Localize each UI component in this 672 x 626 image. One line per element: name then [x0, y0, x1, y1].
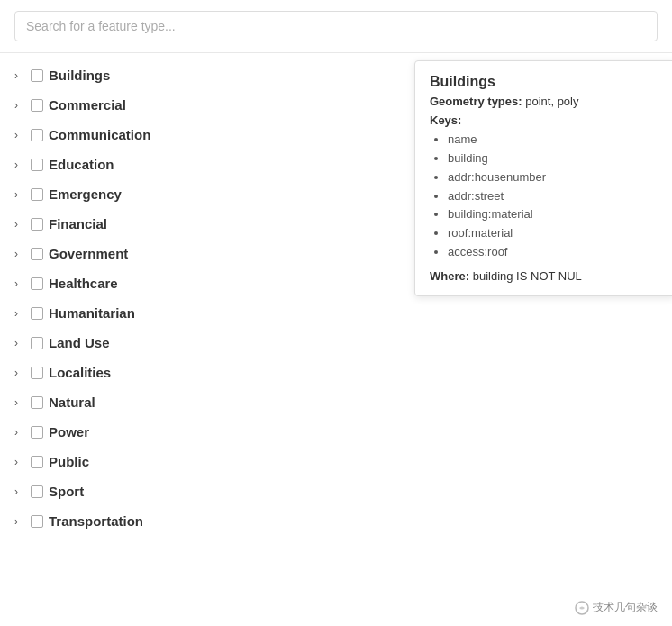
feature-item[interactable]: ›Financial	[0, 209, 414, 239]
watermark: 技术几句杂谈	[575, 600, 658, 615]
tooltip-key-item: roof:material	[448, 224, 660, 243]
feature-label: Emergency	[49, 186, 122, 202]
chevron-right-icon: ›	[14, 426, 25, 439]
feature-checkbox[interactable]	[31, 426, 43, 439]
feature-checkbox[interactable]	[31, 99, 43, 112]
chevron-right-icon: ›	[14, 456, 25, 468]
feature-item[interactable]: ›Education	[0, 150, 414, 179]
search-input[interactable]	[14, 11, 658, 41]
chevron-right-icon: ›	[14, 129, 25, 141]
feature-label: Communication	[49, 127, 150, 142]
search-bar	[0, 0, 672, 53]
chevron-right-icon: ›	[14, 218, 25, 231]
tooltip-geometry-label: Geometry types:	[430, 95, 522, 108]
feature-label: Government	[49, 246, 128, 261]
feature-checkbox[interactable]	[31, 515, 43, 528]
chevron-right-icon: ›	[14, 367, 25, 379]
feature-checkbox[interactable]	[31, 218, 43, 231]
chevron-right-icon: ›	[14, 277, 25, 290]
feature-item[interactable]: ›Buildings	[0, 60, 414, 90]
chevron-right-icon: ›	[14, 307, 25, 320]
feature-checkbox[interactable]	[31, 456, 43, 468]
feature-checkbox[interactable]	[31, 337, 43, 349]
feature-item[interactable]: ›Transportation	[0, 506, 414, 536]
chevron-right-icon: ›	[14, 188, 25, 201]
feature-label: Public	[49, 454, 89, 469]
feature-checkbox[interactable]	[31, 277, 43, 290]
chevron-right-icon: ›	[14, 485, 25, 498]
tooltip-title: Buildings	[430, 74, 660, 90]
feature-item[interactable]: ›Emergency	[0, 179, 414, 209]
tooltip-key-item: name	[448, 131, 660, 150]
tooltip-geometry: Geometry types: point, poly	[430, 94, 660, 110]
feature-checkbox[interactable]	[31, 367, 43, 379]
feature-label: Financial	[49, 216, 107, 231]
chevron-right-icon: ›	[14, 159, 25, 171]
feature-item[interactable]: ›Communication	[0, 120, 414, 150]
chevron-right-icon: ›	[14, 515, 25, 528]
tooltip-key-item: addr:housenumber	[448, 168, 660, 187]
feature-label: Healthcare	[49, 276, 118, 291]
feature-checkbox[interactable]	[31, 69, 43, 82]
feature-item[interactable]: ›Government	[0, 239, 414, 268]
tooltip-key-item: building	[448, 150, 660, 168]
tooltip-key-item: building:material	[448, 205, 660, 224]
chevron-right-icon: ›	[14, 69, 25, 82]
feature-item[interactable]: ›Natural	[0, 387, 414, 417]
watermark-icon	[575, 601, 589, 615]
feature-checkbox[interactable]	[31, 159, 43, 171]
feature-label: Education	[49, 157, 114, 172]
watermark-text: 技术几句杂谈	[593, 600, 658, 615]
chevron-right-icon: ›	[14, 396, 25, 409]
feature-checkbox[interactable]	[31, 188, 43, 201]
feature-label: Natural	[49, 395, 95, 410]
tooltip-key-item: access:roof	[448, 243, 660, 262]
tooltip-where-label: Where:	[430, 269, 469, 283]
feature-checkbox[interactable]	[31, 485, 43, 498]
feature-label: Commercial	[49, 97, 126, 113]
tooltip-geometry-value: point, poly	[525, 95, 578, 108]
tooltip-keys-list: namebuildingaddr:housenumberaddr:streetb…	[430, 131, 660, 262]
feature-checkbox[interactable]	[31, 248, 43, 260]
tooltip-keys-label: Keys:	[430, 113, 660, 127]
tooltip-where: Where: building IS NOT NUL	[430, 269, 660, 283]
feature-item[interactable]: ›Sport	[0, 476, 414, 506]
feature-item[interactable]: ›Public	[0, 447, 414, 476]
feature-item[interactable]: ›Commercial	[0, 90, 414, 120]
feature-label: Humanitarian	[49, 305, 135, 321]
feature-label: Localities	[49, 365, 111, 380]
feature-item[interactable]: ›Land Use	[0, 328, 414, 358]
chevron-right-icon: ›	[14, 248, 25, 260]
tooltip-where-value: building IS NOT NUL	[473, 269, 582, 283]
feature-label: Land Use	[49, 335, 110, 350]
feature-label: Sport	[49, 484, 84, 499]
tooltip-key-item: addr:street	[448, 187, 660, 206]
feature-item[interactable]: ›Power	[0, 417, 414, 447]
feature-item[interactable]: ›Healthcare	[0, 268, 414, 298]
feature-item[interactable]: ›Localities	[0, 358, 414, 387]
chevron-right-icon: ›	[14, 99, 25, 112]
feature-checkbox[interactable]	[31, 307, 43, 320]
feature-label: Buildings	[49, 68, 110, 83]
chevron-right-icon: ›	[14, 337, 25, 349]
feature-checkbox[interactable]	[31, 396, 43, 409]
tooltip-panel: Buildings Geometry types: point, poly Ke…	[414, 60, 672, 296]
feature-item[interactable]: ›Humanitarian	[0, 298, 414, 328]
main-content: ›Buildings›Commercial›Communication›Educ…	[0, 53, 672, 543]
feature-label: Power	[49, 424, 89, 440]
feature-label: Transportation	[49, 513, 143, 529]
feature-checkbox[interactable]	[31, 129, 43, 141]
feature-list: ›Buildings›Commercial›Communication›Educ…	[0, 53, 414, 543]
